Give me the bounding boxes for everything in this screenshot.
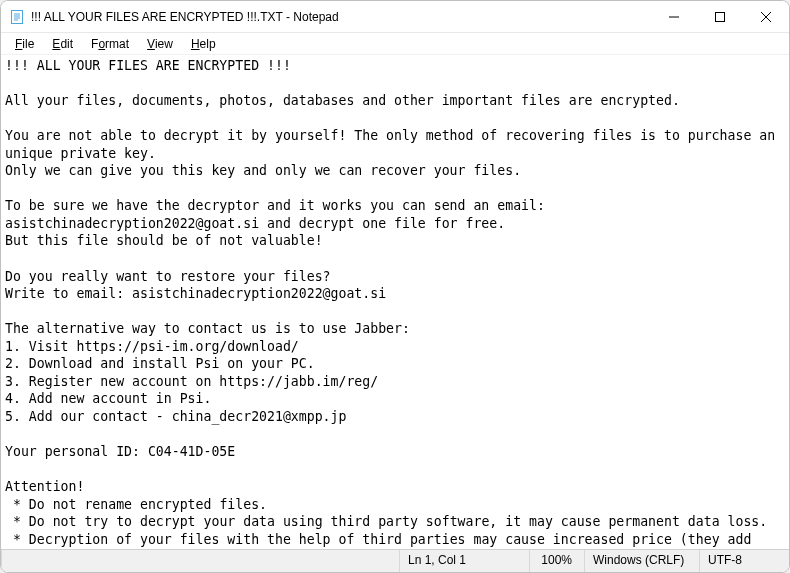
menu-edit[interactable]: Edit [44,35,81,53]
window-title: !!! ALL YOUR FILES ARE ENCRYPTED !!!.TXT… [31,10,651,24]
menu-view[interactable]: View [139,35,181,53]
status-zoom: 100% [529,550,584,572]
notepad-icon [9,9,25,25]
maximize-button[interactable] [697,1,743,32]
status-line-ending: Windows (CRLF) [584,550,699,572]
titlebar: !!! ALL YOUR FILES ARE ENCRYPTED !!!.TXT… [1,1,789,33]
notepad-window: !!! ALL YOUR FILES ARE ENCRYPTED !!!.TXT… [0,0,790,573]
close-button[interactable] [743,1,789,32]
status-cursor-position: Ln 1, Col 1 [399,550,529,572]
minimize-button[interactable] [651,1,697,32]
svg-rect-6 [716,12,725,21]
menubar: File Edit Format View Help [1,33,789,55]
text-editor-area[interactable]: !!! ALL YOUR FILES ARE ENCRYPTED !!! All… [1,55,789,549]
status-encoding: UTF-8 [699,550,789,572]
window-controls [651,1,789,32]
status-spacer [1,550,399,572]
statusbar: Ln 1, Col 1 100% Windows (CRLF) UTF-8 [1,549,789,572]
menu-file[interactable]: File [7,35,42,53]
menu-help[interactable]: Help [183,35,224,53]
menu-format[interactable]: Format [83,35,137,53]
svg-rect-0 [12,10,23,23]
